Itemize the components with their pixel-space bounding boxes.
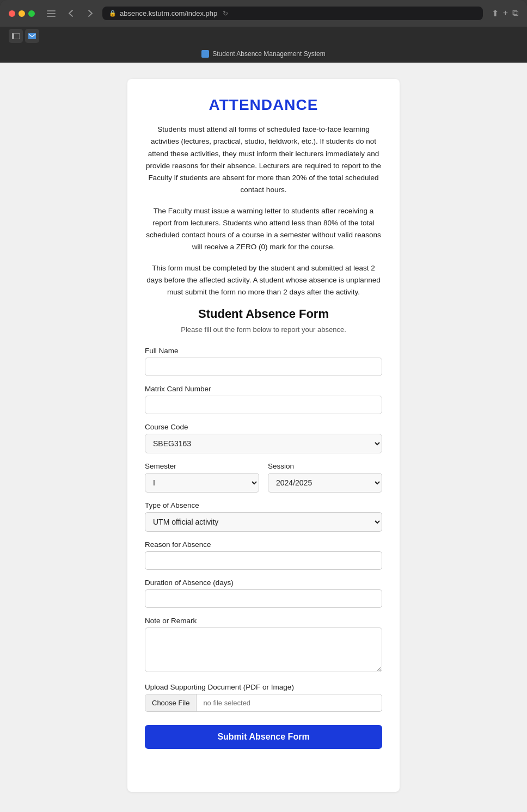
session-label: Session xyxy=(268,462,382,470)
upload-group: Upload Supporting Document (PDF or Image… xyxy=(145,683,382,712)
duration-label: Duration of Absence (days) xyxy=(145,579,382,587)
content-card: ATTENDANCE Students must attend all form… xyxy=(127,79,400,792)
browser-toolbar xyxy=(0,27,527,45)
form-title: Student Absence Form xyxy=(145,307,382,321)
reason-input[interactable] xyxy=(145,551,382,570)
active-tab[interactable]: Student Absence Management System xyxy=(201,50,325,58)
duration-group: Duration of Absence (days) xyxy=(145,579,382,608)
file-upload-area: Choose File no file selected xyxy=(145,694,382,712)
tab-bar: Student Absence Management System xyxy=(0,45,527,63)
close-button[interactable] xyxy=(9,10,15,17)
svg-rect-0 xyxy=(47,10,56,11)
svg-rect-5 xyxy=(28,33,36,39)
reload-icon[interactable]: ↻ xyxy=(223,10,228,17)
full-name-group: Full Name xyxy=(145,347,382,376)
note-label: Note or Remark xyxy=(145,617,382,625)
course-code-group: Course Code SBEG3163 xyxy=(145,423,382,453)
browser-titlebar: 🔒 absence.kstutm.com/index.php ↻ ⬆ + ⧉ xyxy=(0,0,527,27)
sidebar-icon-btn[interactable] xyxy=(9,29,23,43)
semester-select[interactable]: I II xyxy=(145,473,259,493)
matrix-card-group: Matrix Card Number xyxy=(145,385,382,414)
file-name-display: no file selected xyxy=(197,694,382,711)
email-icon-btn[interactable] xyxy=(25,29,39,43)
matrix-card-input[interactable] xyxy=(145,396,382,414)
form-subtitle: Please fill out the form below to report… xyxy=(145,325,382,334)
matrix-card-label: Matrix Card Number xyxy=(145,385,382,393)
note-group: Note or Remark xyxy=(145,617,382,674)
session-select[interactable]: 2024/2025 2023/2024 xyxy=(268,473,382,493)
session-group: Session 2024/2025 2023/2024 xyxy=(268,462,382,493)
traffic-lights xyxy=(9,10,35,17)
course-code-label: Course Code xyxy=(145,423,382,431)
full-name-input[interactable] xyxy=(145,358,382,376)
minimize-button[interactable] xyxy=(19,10,25,17)
attendance-paragraph-2: The Faculty must issue a warning letter … xyxy=(145,205,382,254)
note-textarea[interactable] xyxy=(145,628,382,672)
type-of-absence-label: Type of Absence xyxy=(145,501,382,509)
new-tab-icon[interactable]: + xyxy=(503,8,508,19)
course-code-select[interactable]: SBEG3163 xyxy=(145,434,382,453)
svg-rect-4 xyxy=(12,33,14,39)
submit-button[interactable]: Submit Absence Form xyxy=(145,725,382,749)
back-button[interactable] xyxy=(63,8,78,20)
tabs-overview-icon[interactable]: ⧉ xyxy=(512,8,518,19)
svg-rect-1 xyxy=(47,13,56,14)
browser-actions: ⬆ + ⧉ xyxy=(492,8,518,19)
tab-title: Student Absence Management System xyxy=(212,50,325,58)
attendance-paragraph-3: This form must be completed by the stude… xyxy=(145,262,382,299)
page-content: ATTENDANCE Students must attend all form… xyxy=(0,63,527,812)
semester-group: Semester I II xyxy=(145,462,259,493)
page-title: ATTENDANCE xyxy=(145,96,382,114)
full-name-label: Full Name xyxy=(145,347,382,355)
address-bar[interactable]: 🔒 absence.kstutm.com/index.php ↻ xyxy=(102,7,483,20)
semester-session-row: Semester I II Session 2024/2025 2023/202… xyxy=(145,462,382,501)
reason-group: Reason for Absence xyxy=(145,540,382,570)
type-of-absence-group: Type of Absence UTM official activity Me… xyxy=(145,501,382,532)
sidebar-toggle-button[interactable] xyxy=(44,8,59,20)
svg-rect-2 xyxy=(47,16,56,17)
attendance-paragraph-1: Students must attend all forms of schedu… xyxy=(145,124,382,196)
forward-button[interactable] xyxy=(83,8,98,20)
type-of-absence-select[interactable]: UTM official activity Medical leave Emer… xyxy=(145,512,382,532)
duration-input[interactable] xyxy=(145,589,382,608)
lock-icon: 🔒 xyxy=(109,10,117,17)
semester-label: Semester xyxy=(145,462,259,470)
tab-favicon xyxy=(201,50,209,58)
reason-label: Reason for Absence xyxy=(145,540,382,549)
choose-file-button[interactable]: Choose File xyxy=(145,694,197,711)
url-text: absence.kstutm.com/index.php xyxy=(120,9,217,17)
browser-window: 🔒 absence.kstutm.com/index.php ↻ ⬆ + ⧉ xyxy=(0,0,527,63)
share-icon[interactable]: ⬆ xyxy=(492,8,499,19)
maximize-button[interactable] xyxy=(28,10,35,17)
upload-label: Upload Supporting Document (PDF or Image… xyxy=(145,683,382,691)
